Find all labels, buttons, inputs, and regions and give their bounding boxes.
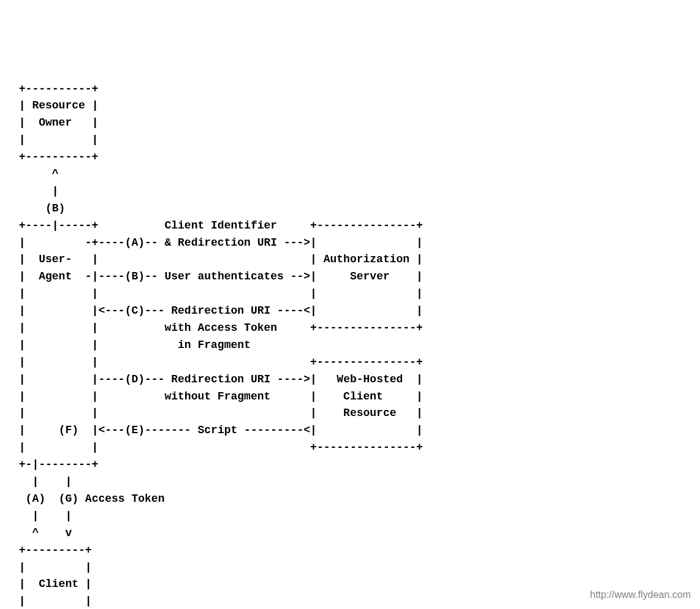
flow-c-label-1: Redirection URI — [171, 304, 270, 317]
resource-owner-label-1: Resource — [32, 99, 85, 112]
user-agent-label-2: Agent — [39, 270, 72, 282]
client-label: Client — [39, 578, 78, 590]
flow-a-bottom-step: (A) — [26, 493, 45, 505]
flow-f-step: (F) — [59, 424, 78, 436]
flow-b-top-step: (B) — [45, 202, 65, 214]
flow-e-label: Script — [197, 424, 237, 436]
resource-owner-label-2: Owner — [39, 116, 72, 129]
web-hosted-label-3: Resource — [343, 407, 396, 419]
flow-g-step: (G) — [59, 493, 78, 505]
flow-b-mid-label: User authenticates — [164, 270, 283, 282]
flow-a-top-step: (A) — [125, 236, 145, 249]
flow-c-step: (C) — [125, 304, 145, 317]
flow-a-label-1: Client Identifier — [164, 219, 277, 232]
user-agent-label-1: User- — [39, 253, 72, 265]
flow-d-label-2: without Fragment — [164, 390, 270, 403]
web-hosted-label-1: Web-Hosted — [337, 373, 403, 385]
flow-a-label-2: & Redirection URI — [164, 236, 277, 249]
auth-server-label-1: Authorization — [324, 253, 409, 265]
flow-b-mid-step: (B) — [125, 270, 145, 282]
flow-c-label-2: with Access Token — [164, 322, 277, 334]
flow-c-label-3: in Fragment — [178, 339, 251, 351]
flow-e-step: (E) — [125, 424, 145, 436]
flow-d-label-1: Redirection URI — [171, 373, 270, 385]
auth-server-label-2: Server — [350, 270, 390, 282]
web-hosted-label-2: Client — [343, 390, 383, 403]
flow-d-step: (D) — [125, 373, 145, 385]
ascii-diagram: +----------+ | Resource | | Owner | | | … — [12, 81, 688, 609]
attribution-text: http://www.flydean.com — [590, 588, 691, 603]
flow-g-label: Access Token — [85, 493, 165, 505]
